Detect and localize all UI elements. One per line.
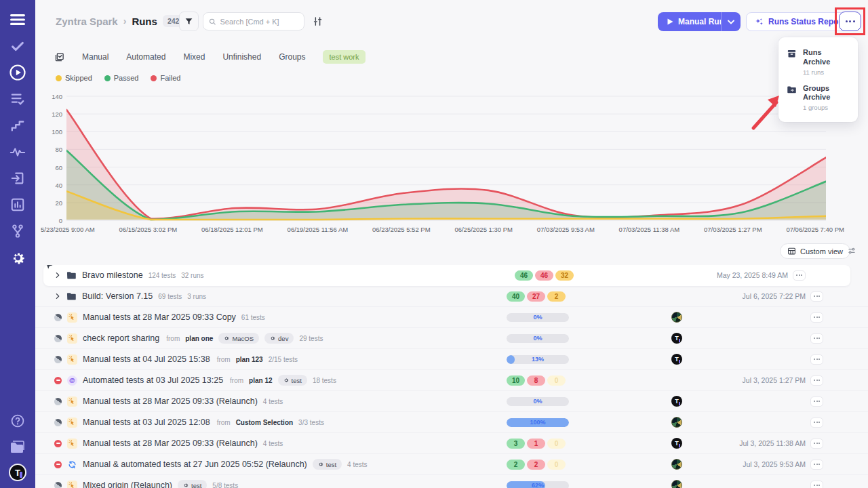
run-title[interactable]: Manual tests at 28 Mar 2025 09:33 (Relau… [83, 439, 258, 448]
table-row-run[interactable]: Manual tests at 28 Mar 2025 09:33 (Relau… [35, 391, 868, 412]
assignee-avatar[interactable] [671, 480, 682, 488]
row-more-button[interactable] [793, 270, 806, 281]
run-title[interactable]: Manual tests at 28 Mar 2025 09:33 (Relau… [83, 396, 258, 406]
run-title[interactable]: Manual tests at 03 Jul 2025 12:08 [83, 418, 210, 427]
sidebar-item-plans[interactable] [7, 89, 28, 109]
sidebar-item-settings[interactable] [7, 247, 28, 268]
env-badge[interactable]: test [313, 459, 342, 470]
help-icon[interactable] [7, 411, 28, 431]
assignee-avatar[interactable]: T [671, 396, 682, 407]
row-results: 40272 [507, 291, 566, 302]
sidebar-item-pulse[interactable] [7, 142, 28, 162]
table-row-group[interactable]: Bravo milestone124 tests32 runs464632May… [43, 265, 850, 286]
chevron-right-icon[interactable] [54, 293, 61, 300]
run-title[interactable]: Automated tests at 03 Jul 2025 13:25 [83, 375, 223, 385]
custom-view-button[interactable]: Custom view [780, 243, 850, 259]
row-more-button[interactable] [810, 481, 823, 488]
table-row-run[interactable]: Manual tests at 28 Mar 2025 09:33 (Relau… [35, 433, 868, 454]
select-all-icon[interactable] [54, 52, 64, 62]
filter-button[interactable] [179, 12, 199, 31]
gear-icon [183, 483, 189, 488]
row-more-button[interactable] [810, 460, 823, 470]
row-results: 62% [507, 481, 569, 488]
more-actions-button[interactable] [839, 12, 861, 31]
chevron-right-icon[interactable] [54, 272, 61, 279]
run-title[interactable]: Manual tests at 28 Mar 2025 09:33 Copy [83, 312, 236, 322]
run-title[interactable]: Manual tests at 04 Jul 2025 15:38 [83, 354, 210, 364]
table-row-group[interactable]: Build: Version 7.1569 tests3 runs40272Ju… [35, 286, 868, 307]
row-more-button[interactable] [810, 418, 823, 428]
sliders-icon[interactable] [847, 246, 856, 258]
tab-manual[interactable]: Manual [82, 52, 108, 62]
y-tick-label: 120 [52, 110, 62, 118]
env-badge[interactable]: test [278, 375, 307, 386]
mouse-cursor [45, 265, 54, 274]
filter-tag-badge[interactable]: test work [323, 50, 365, 64]
tab-automated[interactable]: Automated [126, 52, 165, 62]
search-input[interactable] [220, 18, 299, 26]
row-more-button[interactable] [810, 354, 823, 365]
env-badge[interactable]: test [178, 480, 207, 488]
manual-run-dropdown-button[interactable] [721, 12, 741, 31]
tab-groups[interactable]: Groups [279, 52, 305, 62]
assignee-avatar[interactable] [671, 312, 682, 323]
table-row-run[interactable]: Manual tests at 03 Jul 2025 12:08fromCus… [35, 412, 868, 433]
run-title[interactable]: Build: Version 7.15 [82, 291, 153, 301]
plan-name[interactable]: plan 123 [236, 356, 263, 363]
run-date: May 23, 2025 8:49 AM [717, 271, 788, 279]
plan-name[interactable]: plan 12 [249, 377, 272, 384]
table-row-run[interactable]: Manual tests at 28 Mar 2025 09:33 Copy61… [35, 307, 868, 328]
run-title[interactable]: Bravo milestone [82, 270, 143, 280]
row-more-button[interactable] [810, 333, 823, 344]
assignee-avatar[interactable]: T [671, 438, 682, 449]
sidebar-item-runs[interactable] [7, 62, 28, 83]
run-title[interactable]: Manual & automated tests at 27 Jun 2025 … [83, 460, 307, 469]
count-badge-skipped: 0 [547, 439, 566, 449]
env-badge[interactable]: dev [264, 333, 294, 344]
table-row-run[interactable]: @Automated tests at 03 Jul 2025 13:25fro… [35, 370, 868, 391]
row-more-button[interactable] [810, 375, 823, 386]
run-date: Jul 3, 2025 1:27 PM [743, 376, 806, 384]
sidebar-item-branches[interactable] [7, 221, 28, 241]
sidebar-item-import[interactable] [7, 168, 28, 188]
adjustments-icon[interactable] [313, 16, 323, 29]
table-row-run[interactable]: check report sharingfromplan oneMacOSdev… [35, 328, 868, 349]
sidebar-item-analytics[interactable] [7, 195, 28, 215]
tests-meta: 5/8 tests [212, 482, 238, 488]
x-tick-label: 06/19/2025 11:56 AM [288, 226, 349, 233]
assignee-avatar[interactable] [671, 417, 682, 428]
row-more-button[interactable] [810, 291, 823, 302]
search-box[interactable] [203, 12, 304, 30]
gear-icon [318, 462, 323, 467]
sidebar-item-tests[interactable] [7, 36, 28, 56]
status-progress-icon [54, 482, 62, 488]
assignee-avatar[interactable] [671, 459, 682, 470]
assignee-avatar[interactable]: T [671, 333, 682, 344]
folder-icon[interactable] [7, 437, 28, 458]
plan-name[interactable]: Custom Selection [236, 419, 293, 426]
env-badge[interactable]: MacOS [218, 333, 259, 344]
row-more-button[interactable] [810, 312, 823, 323]
table-row-run[interactable]: Mixed origin (Relaunch)test5/8 tests62% [35, 475, 868, 488]
assignee-avatar[interactable]: T [671, 354, 682, 365]
sidebar-item-milestones[interactable] [7, 115, 28, 136]
table-row-run[interactable]: Manual & automated tests at 27 Jun 2025 … [35, 454, 868, 475]
progress-bar: 0% [507, 334, 569, 343]
tab-mixed[interactable]: Mixed [183, 52, 205, 62]
legend-item-skipped[interactable]: Skipped [56, 74, 92, 82]
user-avatar[interactable]: T [9, 464, 26, 481]
tab-unfinished[interactable]: Unfinished [222, 52, 261, 62]
menu-item-runs-archive[interactable]: Runs Archive 11 runs [787, 44, 850, 80]
runs-status-report-button[interactable]: Runs Status Report [746, 12, 853, 31]
table-row-run[interactable]: Manual tests at 04 Jul 2025 15:38frompla… [35, 349, 868, 370]
menu-item-groups-archive[interactable]: Groups Archive 1 groups [787, 80, 850, 116]
row-more-button[interactable] [810, 396, 823, 407]
legend-item-passed[interactable]: Passed [104, 74, 139, 82]
breadcrumb-project[interactable]: Zyntra Spark [56, 16, 118, 27]
run-title[interactable]: check report sharing [83, 333, 159, 343]
legend-item-failed[interactable]: Failed [151, 74, 180, 82]
row-more-button[interactable] [810, 439, 823, 449]
plan-name[interactable]: plan one [185, 335, 213, 342]
run-title[interactable]: Mixed origin (Relaunch) [83, 481, 172, 488]
hamburger-menu-icon[interactable] [7, 9, 28, 30]
